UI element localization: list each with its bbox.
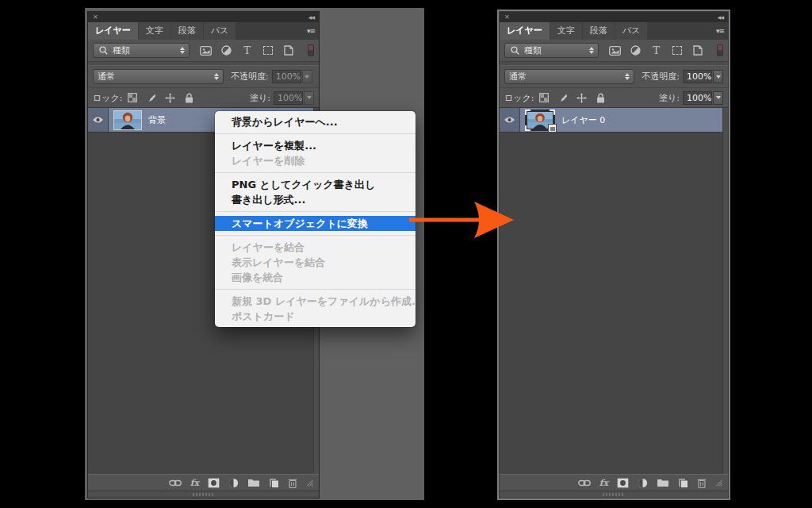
- tab-character[interactable]: 文字: [550, 22, 582, 40]
- layer-style-icon[interactable]: fx: [599, 477, 608, 489]
- panel-menu-icon[interactable]: ▾≡: [716, 27, 728, 35]
- lock-icons: [126, 92, 195, 103]
- collapse-panel-icon[interactable]: ◀◀: [308, 13, 314, 21]
- filter-type-dropdown[interactable]: 種類: [504, 43, 599, 58]
- resize-grip-icon[interactable]: [715, 477, 722, 489]
- fill-dropdown-button[interactable]: [304, 91, 314, 105]
- panel-resize-bar[interactable]: [500, 491, 728, 498]
- filter-type-dropdown[interactable]: 種類: [93, 43, 190, 58]
- visibility-toggle[interactable]: [500, 108, 520, 132]
- dropdown-arrows-icon: [589, 47, 594, 54]
- opacity-dropdown-button[interactable]: [302, 70, 312, 83]
- lock-icons: [538, 92, 607, 103]
- link-layers-icon[interactable]: [169, 477, 182, 489]
- scrollbar[interactable]: [722, 108, 728, 474]
- new-layer-icon[interactable]: [678, 477, 688, 489]
- fill-value[interactable]: 100%: [683, 91, 712, 105]
- visibility-toggle[interactable]: [88, 108, 109, 132]
- filter-adjustment-layers-icon[interactable]: [630, 45, 642, 56]
- menu-item-merge-visible: 表示レイヤーを結合: [215, 255, 416, 270]
- blend-mode-dropdown[interactable]: 通常: [93, 69, 224, 84]
- close-icon[interactable]: ✕: [93, 13, 98, 21]
- delete-layer-icon[interactable]: [697, 477, 707, 489]
- lock-row: ロック: 塗り: 100%: [500, 87, 728, 107]
- panel-menu-icon[interactable]: ▾≡: [307, 27, 319, 35]
- filter-shape-layers-icon[interactable]: [262, 45, 274, 56]
- filter-type-label: 種類: [524, 44, 542, 56]
- menu-item-convert-to-smart-object[interactable]: スマートオブジェクトに変換: [215, 216, 416, 231]
- filter-type-layers-icon[interactable]: T: [241, 45, 253, 56]
- opacity-value[interactable]: 100%: [272, 70, 301, 83]
- opacity-value[interactable]: 100%: [683, 70, 712, 83]
- lock-image-pixels-icon[interactable]: [145, 92, 157, 103]
- link-layers-icon[interactable]: [578, 477, 591, 489]
- lock-all-icon[interactable]: [183, 92, 195, 103]
- tab-paths[interactable]: パス: [615, 22, 648, 40]
- opacity-label: 不透明度:: [642, 71, 680, 83]
- menu-item-background-from-layer[interactable]: 背景からレイヤーへ...: [215, 114, 416, 129]
- fill-label: 塗り:: [659, 92, 680, 104]
- lock-transparency-icon[interactable]: [126, 92, 138, 103]
- filter-row: 種類 T: [88, 40, 319, 61]
- filter-smart-object-icon[interactable]: [691, 45, 703, 56]
- layer-name[interactable]: レイヤー 0: [561, 114, 605, 126]
- filter-pixel-layers-icon[interactable]: [609, 45, 621, 56]
- resize-grip-icon[interactable]: [306, 477, 313, 489]
- layer-mask-icon[interactable]: [208, 477, 220, 489]
- menu-item-quick-export-png[interactable]: PNG としてクイック書き出し: [215, 177, 416, 192]
- fill-dropdown-button[interactable]: [713, 91, 723, 105]
- filter-shape-layers-icon[interactable]: [671, 45, 683, 56]
- opacity-dropdown-button[interactable]: [713, 70, 723, 83]
- filter-row: 種類 T: [500, 40, 728, 61]
- tab-paragraph[interactable]: 段落: [583, 22, 615, 40]
- blend-row: 通常 不透明度: 100%: [88, 66, 319, 87]
- layer-name[interactable]: 背景: [148, 114, 166, 126]
- filter-on-off-toggle[interactable]: [308, 44, 314, 56]
- transition-arrow: [403, 197, 527, 246]
- thumbnail-corner-mark: [525, 110, 530, 115]
- filter-adjustment-layers-icon[interactable]: [220, 45, 232, 56]
- lock-all-icon[interactable]: [595, 92, 607, 103]
- layer-style-icon[interactable]: fx: [190, 477, 199, 489]
- lock-position-icon[interactable]: [576, 92, 588, 103]
- panel-resize-bar[interactable]: [88, 491, 319, 498]
- close-icon[interactable]: ✕: [504, 13, 510, 21]
- dropdown-arrows-icon: [180, 47, 185, 54]
- menu-item-duplicate-layer[interactable]: レイヤーを複製...: [215, 138, 416, 153]
- adjustment-layer-icon[interactable]: [638, 477, 648, 489]
- layer-row-layer0[interactable]: レイヤー 0: [500, 108, 722, 133]
- delete-layer-icon[interactable]: [288, 477, 297, 489]
- menu-separator: [215, 211, 416, 212]
- new-layer-icon[interactable]: [269, 477, 279, 489]
- filter-pixel-layers-icon[interactable]: [200, 45, 212, 56]
- lock-transparency-icon[interactable]: [538, 92, 550, 103]
- tab-paths[interactable]: パス: [204, 22, 236, 40]
- smart-object-thumbnail[interactable]: [525, 110, 555, 131]
- menu-item-new-3d-layer-from-file: 新規 3D レイヤーをファイルから作成...: [215, 294, 416, 309]
- stage: ✕ ◀◀ レイヤー 文字 段落 パス ▾≡ 種類: [0, 0, 812, 508]
- layer-thumbnail[interactable]: [113, 110, 142, 130]
- collapse-panel-icon[interactable]: ◀◀: [718, 13, 723, 21]
- search-icon: [98, 45, 109, 56]
- fill-value[interactable]: 100%: [274, 91, 303, 105]
- panel-bottom-toolbar: fx: [500, 474, 728, 491]
- blend-mode-dropdown[interactable]: 通常: [504, 69, 634, 84]
- layer-mask-icon[interactable]: [617, 477, 629, 489]
- filter-on-off-toggle[interactable]: [717, 44, 723, 56]
- menu-separator: [215, 235, 416, 236]
- lock-position-icon[interactable]: [164, 92, 176, 103]
- tab-layers[interactable]: レイヤー: [88, 22, 138, 40]
- lock-label: ロック:: [504, 92, 534, 104]
- menu-item-export-as[interactable]: 書き出し形式...: [215, 192, 416, 207]
- filter-type-layers-icon[interactable]: T: [650, 45, 662, 56]
- menu-separator: [215, 133, 416, 134]
- lock-image-pixels-icon[interactable]: [557, 92, 569, 103]
- tab-paragraph[interactable]: 段落: [171, 22, 203, 40]
- adjustment-layer-icon[interactable]: [228, 477, 239, 489]
- tab-layers[interactable]: レイヤー: [500, 22, 550, 40]
- new-group-icon[interactable]: [247, 477, 260, 489]
- menu-item-flatten-image: 画像を統合: [215, 270, 416, 285]
- filter-smart-object-icon[interactable]: [282, 45, 294, 56]
- tab-character[interactable]: 文字: [139, 22, 170, 40]
- new-group-icon[interactable]: [657, 477, 669, 489]
